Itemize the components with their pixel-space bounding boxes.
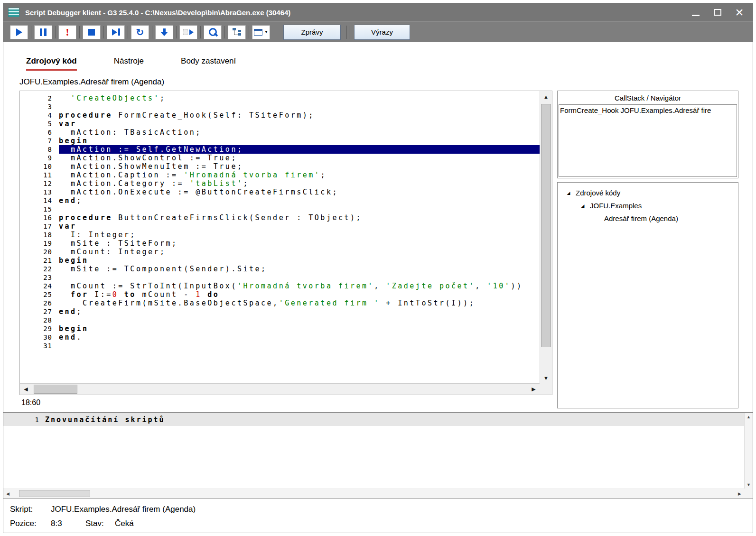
evaluate-button[interactable] [204, 25, 222, 39]
editor-horizontal-scrollbar[interactable]: ◀ ▶ [20, 383, 540, 395]
code-area[interactable]: 2 'CreateObjects';34procedure FormCreate… [20, 91, 540, 383]
code-line[interactable]: 17var [20, 222, 540, 231]
scrollbar-thumb[interactable] [34, 385, 77, 394]
code-line[interactable]: 18 I: Integer; [20, 231, 540, 239]
step-over-button[interactable] [107, 25, 125, 39]
windows-button[interactable]: ▼ [252, 25, 270, 39]
maximize-button[interactable] [712, 7, 723, 18]
break-button[interactable] [58, 25, 76, 39]
scroll-down-icon[interactable]: ▼ [744, 482, 754, 487]
tab-zdrojovy-kod[interactable]: Zdrojový kód [26, 56, 77, 74]
code-line[interactable]: 22 mSite := TComponent(Sender).Site; [20, 265, 540, 273]
source-tree-panel[interactable]: ◢Zdrojové kódy◢JOFU.ExamplesAdresář fire… [557, 182, 738, 408]
toolbar-separator [79, 26, 80, 38]
code-line[interactable]: 27end; [20, 307, 540, 316]
code-line[interactable]: 31 [20, 342, 540, 350]
tree-item[interactable]: Adresář firem (Agenda) [558, 212, 738, 225]
main-content: Zdrojový kódNástrojeBody zastavení JOFU.… [3, 42, 753, 412]
tab-body-zastaveni[interactable]: Body zastavení [181, 56, 236, 74]
skript-value: JOFU.Examples.Adresář firem (Agenda) [51, 505, 196, 514]
code-line[interactable]: 14end; [20, 196, 540, 205]
restart-button[interactable] [131, 25, 149, 39]
code-line[interactable]: 15 [20, 205, 540, 213]
code-line[interactable]: 3 [20, 102, 540, 111]
scroll-right-icon[interactable]: ▶ [735, 491, 744, 496]
code-text: mCount := StrToInt(InputBox('Hromadná tv… [59, 282, 540, 290]
scrollbar-thumb[interactable] [541, 104, 551, 347]
step-out-button[interactable] [155, 25, 173, 39]
run-button[interactable] [10, 25, 28, 39]
code-line[interactable]: 10 mAction.ShowMenuItem := True; [20, 162, 540, 171]
code-line[interactable]: 4procedure FormCreate_Hook(Self: TSiteFo… [20, 111, 540, 120]
messages-horizontal-scrollbar[interactable]: ◀ ▶ [3, 489, 744, 498]
code-line[interactable]: 16procedure ButtonCreateFirmsClick(Sende… [20, 213, 540, 222]
code-line[interactable]: 11 mAction.Caption := 'Hromadná tvorba f… [20, 171, 540, 179]
scroll-left-icon[interactable]: ◀ [3, 491, 12, 496]
code-text: end; [59, 196, 540, 205]
code-line[interactable]: 9 mAction.ShowControl := True; [20, 154, 540, 162]
tree-item[interactable]: ◢JOFU.Examples [558, 199, 738, 212]
expand-arrow-icon[interactable]: ◢ [565, 191, 572, 195]
vyrazy-button[interactable]: Výrazy [354, 25, 410, 40]
code-line[interactable]: 12 mAction.Category := 'tabList'; [20, 179, 540, 188]
editor-vertical-scrollbar[interactable]: ▲ ▼ [540, 91, 552, 383]
code-text: var [59, 120, 540, 128]
code-line[interactable]: 25 for I:=0 to mCount - 1 do [20, 290, 540, 299]
code-line[interactable]: 19 mSite : TSiteForm; [20, 239, 540, 248]
code-line[interactable]: 28 [20, 316, 540, 324]
code-line[interactable]: 2 'CreateObjects'; [20, 94, 540, 102]
callstack-list[interactable]: FormCreate_Hook JOFU.Examples.Adresář fi… [559, 104, 737, 177]
code-text: mAction.ShowMenuItem := True; [59, 162, 540, 171]
scroll-right-icon[interactable]: ▶ [528, 384, 540, 395]
close-button[interactable]: × [734, 7, 745, 18]
callstack-entry[interactable]: FormCreate_Hook JOFU.Examples.Adresář fi… [559, 105, 737, 116]
step-over-icon [112, 28, 120, 36]
call-hierarchy-button[interactable] [228, 25, 246, 39]
code-line[interactable]: 26 CreateFirm(mSite.BaseObjectSpace,'Gen… [20, 299, 540, 307]
zpravy-button[interactable]: Zprávy [283, 25, 341, 40]
scrollbar-corner [744, 489, 753, 498]
minimize-button[interactable] [690, 7, 701, 18]
code-line[interactable]: 13 mAction.OnExecute := @ButtonCreateFir… [20, 188, 540, 196]
scrollbar-track[interactable] [540, 102, 552, 372]
callstack-title: CallStack / Navigátor [558, 91, 738, 104]
pause-button[interactable] [34, 25, 52, 39]
code-line[interactable]: 20 mCount: Integer; [20, 248, 540, 256]
scrollbar-track[interactable] [32, 384, 528, 395]
code-line[interactable]: 5var [20, 120, 540, 128]
scroll-down-icon[interactable]: ▼ [540, 372, 552, 383]
messages-list[interactable]: 1Znovunačítání skriptů [3, 413, 744, 489]
line-number: 4 [20, 111, 59, 120]
message-row[interactable]: 1Znovunačítání skriptů [3, 413, 744, 426]
tab-bar: Zdrojový kódNástrojeBody zastavení [3, 42, 753, 74]
scroll-up-icon[interactable]: ▲ [744, 415, 754, 419]
app-icon [8, 8, 19, 17]
scrollbar-track[interactable] [12, 489, 735, 498]
code-line[interactable]: 23 [20, 273, 540, 282]
code-line[interactable]: 6 mAction: TBasicAction; [20, 128, 540, 137]
code-line[interactable]: 30end. [20, 333, 540, 342]
line-number: 18 [20, 231, 59, 239]
code-text: begin [59, 256, 540, 265]
code-line[interactable]: 7begin [20, 137, 540, 145]
run-to-cursor-button[interactable] [179, 25, 197, 39]
play-icon [16, 28, 22, 36]
expand-arrow-icon[interactable]: ◢ [579, 203, 586, 208]
scrollbar-thumb[interactable] [19, 490, 90, 497]
titlebar[interactable]: Script Debugger klient - G3 25.4.0 - C:\… [3, 3, 753, 21]
main-row: 2 'CreateObjects';34procedure FormCreate… [3, 91, 753, 408]
code-line[interactable]: 21begin [20, 256, 540, 265]
code-line-current[interactable]: 8 mAction := Self.GetNewAction; [20, 145, 540, 154]
stop-button[interactable] [83, 25, 101, 39]
code-line[interactable]: 29begin [20, 324, 540, 333]
code-editor[interactable]: 2 'CreateObjects';34procedure FormCreate… [19, 91, 552, 395]
search-icon [208, 28, 217, 37]
code-line[interactable]: 24 mCount := StrToInt(InputBox('Hromadná… [20, 282, 540, 290]
tree-item[interactable]: ◢Zdrojové kódy [558, 186, 738, 199]
messages-vertical-scrollbar[interactable]: ▲ ▼ [744, 413, 753, 489]
scroll-up-icon[interactable]: ▲ [540, 91, 552, 102]
tab-nastroje[interactable]: Nástroje [114, 56, 144, 74]
code-text: mCount: Integer; [59, 248, 540, 256]
scroll-left-icon[interactable]: ◀ [20, 384, 32, 395]
code-text: end. [59, 333, 540, 342]
